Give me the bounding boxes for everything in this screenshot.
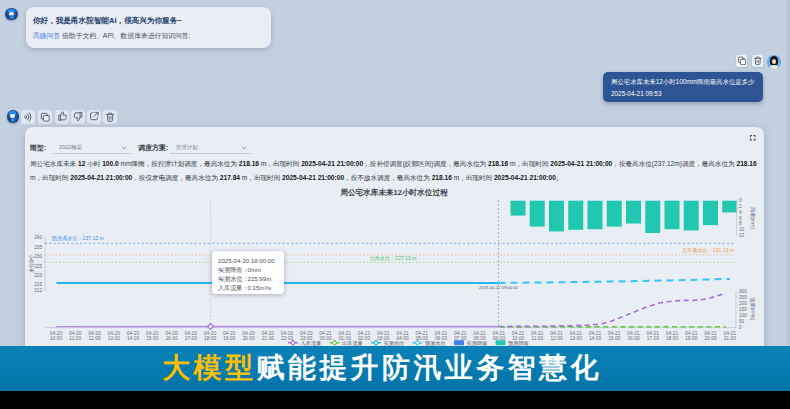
svg-text:22:00: 22:00 [281, 336, 294, 341]
svg-text:2025-04-21 09:00:00: 2025-04-21 09:00:00 [479, 285, 519, 290]
svg-text:流量(m³/s): 流量(m³/s) [749, 297, 756, 320]
svg-text:16:00: 16:00 [165, 336, 178, 341]
svg-text:12:00: 12:00 [550, 336, 563, 341]
svg-text:18:00: 18:00 [204, 336, 217, 341]
svg-text:19:00: 19:00 [685, 336, 698, 341]
svg-text:8: 8 [739, 221, 742, 226]
svg-text:14:00: 14:00 [127, 336, 140, 341]
svg-text:150: 150 [739, 307, 747, 312]
svg-text:雨量(mm): 雨量(mm) [750, 207, 756, 229]
svg-text:215: 215 [34, 282, 42, 287]
svg-text:13:00: 13:00 [570, 336, 583, 341]
svg-text:20:00: 20:00 [242, 336, 255, 341]
svg-text:11:00: 11:00 [531, 336, 543, 341]
svg-text:19:00: 19:00 [223, 336, 236, 341]
svg-text:13:00: 13:00 [108, 336, 121, 341]
svg-text:16:00: 16:00 [627, 336, 640, 341]
svg-text:17:00: 17:00 [647, 336, 660, 341]
svg-text:14:00: 14:00 [589, 336, 602, 341]
svg-text:250: 250 [739, 295, 747, 300]
svg-text:0: 0 [739, 198, 742, 203]
svg-text:12: 12 [739, 233, 745, 238]
svg-text:防洪高水位：237.12 m: 防洪高水位：237.12 m [52, 235, 104, 242]
svg-text:225: 225 [34, 264, 42, 269]
svg-text:50: 50 [739, 319, 745, 324]
svg-text:10: 10 [739, 227, 745, 232]
svg-text:220: 220 [34, 273, 42, 278]
svg-text:21:00: 21:00 [262, 336, 275, 341]
svg-text:15:00: 15:00 [146, 336, 159, 341]
svg-text:00:00: 00:00 [319, 336, 332, 341]
svg-text:100: 100 [739, 313, 747, 318]
svg-text:12:00: 12:00 [88, 336, 101, 341]
svg-text:230: 230 [34, 254, 42, 259]
svg-text:0: 0 [739, 325, 742, 330]
svg-text:周公宅水库未来12小时水位过程: 周公宅水库未来12小时水位过程 [339, 188, 448, 197]
svg-text:200: 200 [739, 301, 747, 306]
svg-text:300: 300 [739, 289, 747, 294]
svg-text:10:00: 10:00 [50, 336, 63, 341]
svg-text:235: 235 [34, 245, 42, 250]
svg-text:15:00: 15:00 [608, 336, 621, 341]
svg-text:17:00: 17:00 [185, 336, 198, 341]
svg-text:水位(m): 水位(m) [28, 255, 34, 273]
svg-text:212: 212 [34, 288, 42, 293]
svg-text:11:00: 11:00 [69, 336, 81, 341]
svg-text:20:00: 20:00 [704, 336, 717, 341]
svg-text:台风水位：227.13 m: 台风水位：227.13 m [370, 255, 417, 261]
svg-text:240: 240 [34, 235, 42, 240]
svg-text:2: 2 [739, 204, 742, 209]
svg-text:正常蓄水位：231.13 m: 正常蓄水位：231.13 m [682, 247, 734, 253]
svg-text:4: 4 [739, 210, 742, 215]
svg-text:6: 6 [739, 216, 742, 221]
svg-text:21:00: 21:00 [724, 336, 737, 341]
svg-text:18:00: 18:00 [666, 336, 679, 341]
